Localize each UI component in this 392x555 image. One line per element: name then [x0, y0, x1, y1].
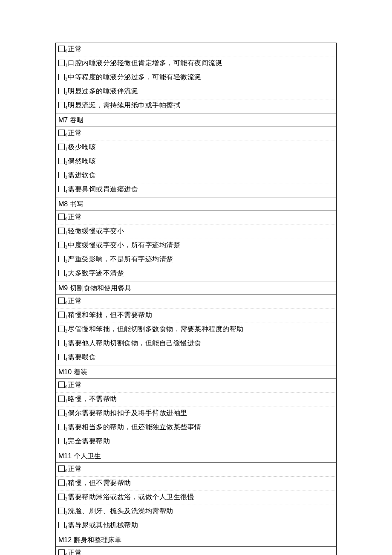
checkbox[interactable] — [58, 312, 65, 318]
checkbox[interactable] — [58, 396, 65, 402]
option-row: 1极少呛咳 — [56, 141, 336, 155]
option-index: 2 — [65, 329, 67, 333]
option-row: 3需要他人帮助切割食物，但能自己缓慢进食 — [56, 337, 336, 351]
checkbox[interactable] — [58, 438, 65, 444]
checkbox[interactable] — [58, 242, 65, 248]
option-label: 需要相当多的帮助，但还能独立做某些事情 — [68, 423, 202, 431]
option-label: 明显过多的唾液伴流涎 — [68, 87, 138, 95]
option-index: 3 — [65, 259, 67, 263]
checkbox[interactable] — [58, 382, 65, 388]
checkbox[interactable] — [58, 298, 65, 304]
option-index: 4 — [65, 525, 67, 529]
section-heading: M12 翻身和整理床单 — [56, 533, 336, 547]
option-label: 中度缓慢或字变小，所有字迹均清楚 — [68, 241, 180, 249]
checkbox[interactable] — [58, 102, 65, 108]
checkbox[interactable] — [58, 494, 65, 500]
section-heading: M11 个人卫生 — [56, 449, 336, 463]
option-index: 1 — [65, 147, 67, 151]
option-row: 0正常 — [56, 547, 336, 555]
checkbox[interactable] — [58, 424, 65, 430]
option-index: 1 — [65, 483, 67, 487]
option-row: 0正常 — [56, 127, 336, 141]
option-index: 4 — [65, 189, 67, 194]
option-index: 3 — [65, 175, 67, 179]
section-title: 切割食物和使用餐具 — [70, 284, 131, 292]
section-id: M12 — [58, 536, 72, 543]
option-label: 中等程度的唾液分泌过多，可能有轻微流涎 — [68, 73, 202, 81]
option-row: 0正常 — [56, 211, 336, 225]
option-label: 口腔内唾液分泌轻微但肯定增多，可能有夜间流涎 — [68, 59, 222, 66]
option-row: 1轻微缓慢或字变小 — [56, 225, 336, 239]
option-label: 需要喂食 — [68, 353, 96, 361]
checkbox[interactable] — [58, 144, 65, 150]
checkbox[interactable] — [58, 46, 65, 52]
option-index: 3 — [65, 91, 67, 95]
checkbox[interactable] — [58, 410, 65, 416]
option-label: 偶然呛咳 — [68, 157, 96, 165]
option-row: 3严重受影响，不是所有字迹均清楚 — [56, 253, 336, 267]
option-label: 极少呛咳 — [68, 143, 96, 150]
checkbox[interactable] — [58, 88, 65, 94]
option-index: 1 — [65, 63, 67, 67]
checkbox[interactable] — [58, 130, 65, 136]
option-index: 1 — [65, 231, 67, 235]
checkbox[interactable] — [58, 214, 65, 220]
option-row: 1口腔内唾液分泌轻微但肯定增多，可能有夜间流涎 — [56, 57, 336, 71]
option-row: 4明显流涎，需持续用纸巾或手帕擦拭 — [56, 99, 336, 113]
section-title: 吞咽 — [70, 116, 84, 124]
option-label: 尽管慢和笨拙，但能切割多数食物，需要某种程度的帮助 — [68, 325, 244, 332]
checkbox[interactable] — [58, 270, 65, 276]
checkbox[interactable] — [58, 465, 65, 472]
checkbox[interactable] — [58, 172, 65, 178]
option-index: 4 — [65, 441, 67, 445]
option-row: 3需要相当多的帮助，但还能独立做某些事情 — [56, 421, 336, 435]
checkbox[interactable] — [58, 228, 65, 234]
checkbox[interactable] — [58, 158, 65, 164]
option-row: 1略慢，不需帮助 — [56, 393, 336, 407]
checkbox[interactable] — [58, 480, 65, 486]
option-row: 1稍慢和笨拙，但不需要帮助 — [56, 309, 336, 323]
option-index: 0 — [65, 552, 67, 555]
section-id: M8 — [58, 200, 68, 208]
option-index: 2 — [65, 161, 67, 165]
option-index: 4 — [65, 105, 67, 110]
checkbox[interactable] — [58, 186, 65, 192]
option-label: 轻微缓慢或字变小 — [68, 227, 124, 234]
option-index: 0 — [65, 217, 67, 221]
option-index: 3 — [65, 343, 67, 347]
option-label: 大多数字迹不清楚 — [68, 269, 124, 277]
section-heading: M9 切割食物和使用餐具 — [56, 281, 336, 295]
option-label: 需导尿或其他机械帮助 — [68, 521, 138, 529]
option-row: 2偶然呛咳 — [56, 155, 336, 169]
section-heading: M8 书写 — [56, 197, 336, 211]
option-index: 0 — [65, 301, 67, 305]
checkbox[interactable] — [58, 508, 65, 514]
option-index: 1 — [65, 399, 67, 403]
option-label: 需进软食 — [68, 171, 96, 179]
checkbox[interactable] — [58, 326, 65, 332]
section-id: M9 — [58, 284, 68, 292]
option-row: 3洗脸、刷牙、梳头及洗澡均需帮助 — [56, 505, 336, 519]
section-title: 翻身和整理床单 — [74, 536, 121, 543]
section-id: M10 — [58, 368, 72, 376]
option-row: 4需导尿或其他机械帮助 — [56, 519, 336, 533]
checkbox[interactable] — [58, 522, 65, 528]
checkbox[interactable] — [58, 74, 65, 80]
option-label: 正常 — [68, 381, 82, 388]
option-label: 正常 — [68, 213, 82, 220]
section-title: 着装 — [74, 368, 87, 376]
option-index: 2 — [65, 245, 67, 249]
option-label: 严重受影响，不是所有字迹均清楚 — [68, 255, 173, 263]
option-row: 1稍慢，但不需要帮助 — [56, 477, 336, 491]
checkbox[interactable] — [58, 549, 65, 555]
option-row: 4需要鼻饲或胃造瘘进食 — [56, 183, 336, 197]
option-row: 4完全需要帮助 — [56, 435, 336, 449]
checkbox[interactable] — [58, 340, 65, 346]
checkbox[interactable] — [58, 60, 65, 66]
option-index: 4 — [65, 273, 67, 278]
option-index: 2 — [65, 413, 67, 417]
option-label: 略慢，不需帮助 — [68, 395, 117, 402]
checkbox[interactable] — [58, 354, 65, 360]
option-row: 3需进软食 — [56, 169, 336, 183]
checkbox[interactable] — [58, 256, 65, 262]
